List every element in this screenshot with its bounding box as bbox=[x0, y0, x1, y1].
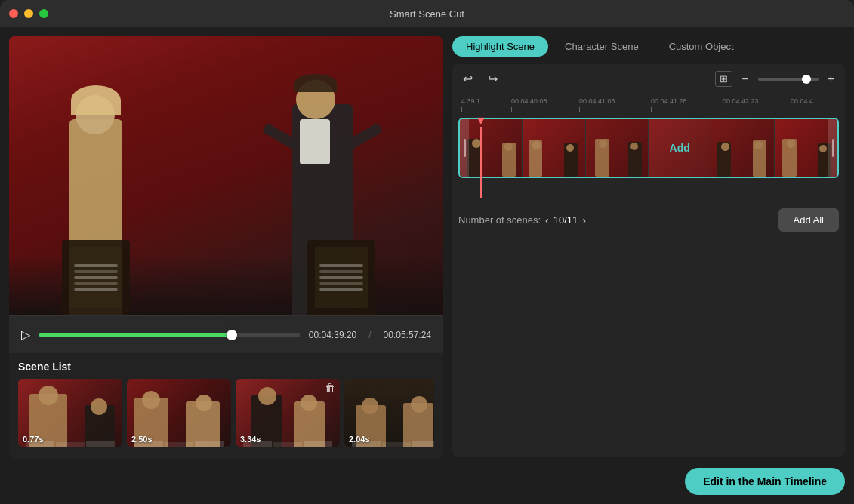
progress-fill bbox=[39, 333, 232, 337]
right-panel: Highlight Scene Character Scene Custom O… bbox=[452, 36, 845, 495]
tab-highlight-scene[interactable]: Highlight Scene bbox=[452, 36, 548, 57]
zoom-thumb bbox=[802, 75, 811, 84]
podium-right bbox=[307, 240, 375, 315]
tab-character-scene[interactable]: Character Scene bbox=[551, 36, 652, 57]
timeline-frames: Add bbox=[460, 119, 837, 177]
right-handle[interactable] bbox=[828, 119, 837, 177]
scene-list-section: Scene List 0.77s bbox=[9, 353, 443, 459]
left-handle[interactable] bbox=[460, 119, 469, 177]
app-title: Smart Scene Cut bbox=[390, 8, 464, 20]
scene-thumbnails: 0.77s 2.50s bbox=[18, 379, 434, 450]
maximize-button[interactable] bbox=[39, 9, 48, 18]
playhead: ▼ bbox=[475, 115, 487, 198]
ruler-marker-1: 00:04:40:08 bbox=[511, 97, 547, 105]
timeline-ruler: 4:39:1 00:04:40:08 00:04:41:03 00:04:41:… bbox=[458, 94, 839, 112]
scene-count-value: 10/11 bbox=[553, 214, 578, 226]
add-all-button[interactable]: Add All bbox=[778, 208, 839, 232]
play-button[interactable]: ▷ bbox=[21, 327, 30, 342]
list-item[interactable]: 2.50s bbox=[127, 379, 231, 447]
zoom-controls: ⊞ − + bbox=[715, 71, 839, 88]
timeline-strip[interactable]: Add bbox=[458, 118, 839, 178]
list-item[interactable]: 3.34s 🗑 bbox=[236, 379, 340, 447]
timeline-container: ↩ ↪ ⊞ − + 4:39:1 00:04:40:08 00:04:41:03… bbox=[452, 64, 845, 457]
playhead-line bbox=[480, 127, 482, 198]
time-separator: / bbox=[368, 330, 371, 340]
tabs-bar: Highlight Scene Character Scene Custom O… bbox=[452, 36, 845, 57]
timeline-controls: ↩ ↪ ⊞ − + bbox=[458, 70, 839, 88]
scene-delete-button[interactable]: 🗑 bbox=[325, 382, 335, 394]
redo-button[interactable]: ↪ bbox=[483, 70, 502, 88]
tab-custom-object[interactable]: Custom Object bbox=[655, 36, 748, 57]
traffic-lights bbox=[9, 9, 48, 18]
video-frame bbox=[9, 36, 443, 315]
frame-1 bbox=[460, 119, 523, 177]
progress-thumb[interactable] bbox=[227, 330, 237, 340]
frame-3 bbox=[586, 119, 649, 177]
list-item[interactable]: 2.04s bbox=[344, 379, 434, 447]
zoom-slider[interactable] bbox=[758, 78, 819, 81]
podium-left bbox=[62, 240, 130, 315]
minimize-button[interactable] bbox=[24, 9, 33, 18]
frame-4[interactable]: Add bbox=[649, 119, 711, 177]
ruler-marker-2: 00:04:41:03 bbox=[579, 97, 615, 105]
scene-count-label: Number of scenes: bbox=[458, 214, 541, 226]
zoom-out-button[interactable]: − bbox=[737, 71, 753, 88]
ruler-marker-0: 4:39:1 bbox=[461, 97, 480, 105]
next-scene-button[interactable]: › bbox=[582, 214, 586, 226]
add-label: Add bbox=[670, 142, 690, 154]
current-time: 00:04:39:20 bbox=[309, 330, 356, 340]
edit-timeline-button[interactable]: Edit in the Main Timeline bbox=[685, 468, 845, 495]
close-button[interactable] bbox=[9, 9, 18, 18]
left-panel: ▷ 00:04:39:20 / 00:05:57:24 Scene List bbox=[9, 36, 443, 495]
main-content: ▷ 00:04:39:20 / 00:05:57:24 Scene List bbox=[0, 27, 854, 504]
scene-count-bar: Number of scenes: ‹ 10/11 › Add All bbox=[458, 208, 839, 232]
titlebar: Smart Scene Cut bbox=[0, 0, 854, 27]
prev-scene-button[interactable]: ‹ bbox=[545, 214, 549, 226]
frame-5 bbox=[711, 119, 774, 177]
bottom-action: Edit in the Main Timeline bbox=[452, 465, 845, 495]
ruler-marker-5: 00:04:4 bbox=[791, 97, 813, 105]
ruler-marker-4: 00:04:42:23 bbox=[723, 97, 759, 105]
fit-button[interactable]: ⊞ bbox=[715, 71, 732, 87]
zoom-in-button[interactable]: + bbox=[823, 71, 839, 88]
timeline-strip-wrapper: ▼ bbox=[458, 118, 839, 201]
scene-list-title: Scene List bbox=[18, 361, 434, 373]
list-item[interactable]: 0.77s bbox=[18, 379, 122, 447]
frame-2 bbox=[523, 119, 585, 177]
video-preview bbox=[9, 36, 443, 315]
scene-nav: Number of scenes: ‹ 10/11 › bbox=[458, 214, 586, 226]
total-time: 00:05:57:24 bbox=[384, 330, 431, 340]
progress-bar[interactable] bbox=[39, 333, 300, 337]
video-controls: ▷ 00:04:39:20 / 00:05:57:24 bbox=[9, 315, 443, 353]
ruler-marker-3: 00:04:41:28 bbox=[651, 97, 687, 105]
undo-button[interactable]: ↩ bbox=[458, 70, 477, 88]
playhead-marker: ▼ bbox=[475, 115, 487, 127]
